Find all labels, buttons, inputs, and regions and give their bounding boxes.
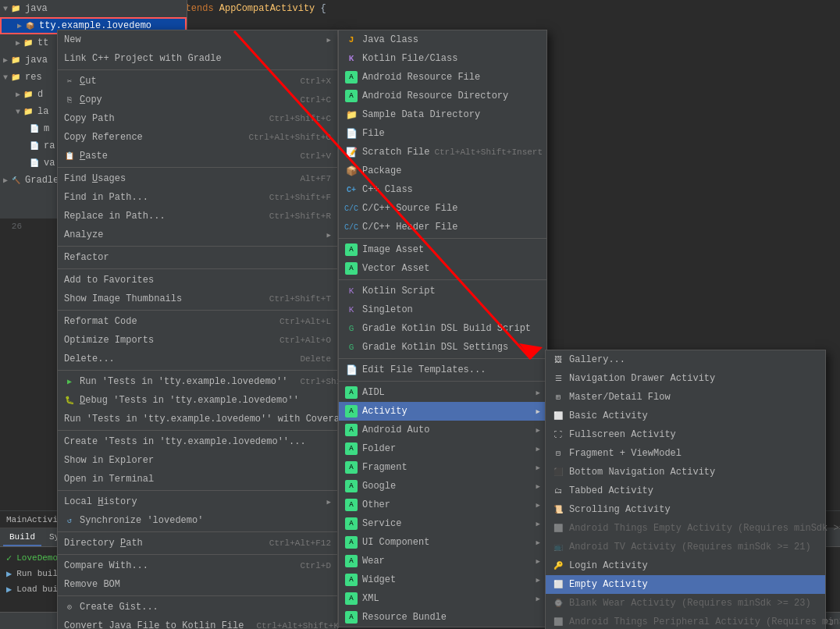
gallery-icon: 🖼 [552, 354, 564, 366]
menu-new-gradle-settings[interactable]: G Gradle Kotlin DSL Settings [339, 338, 546, 357]
arrow-icon-1: ▶ [6, 568, 12, 580]
android-icon-other: A [345, 499, 358, 511]
menu-activity-blank-wear[interactable]: ⌚ Blank Wear Activity (Requires minSdk >… [546, 594, 825, 613]
separator-11 [58, 595, 337, 596]
menu-item-add-favorites[interactable]: Add to Favorites [58, 271, 337, 290]
menu-item-local-history[interactable]: Local History [58, 492, 337, 511]
menu-item-find-usages[interactable]: Find Usages Alt+F7 [58, 169, 337, 188]
separator-new-1 [339, 238, 546, 239]
menu-item-link-cpp[interactable]: Link C++ Project with Gradle [58, 49, 337, 68]
copy-icon: ⎘ [64, 94, 75, 105]
menu-item-open-terminal[interactable]: Open in Terminal [58, 470, 337, 489]
menu-activity-gallery[interactable]: 🖼 Gallery... [546, 350, 825, 369]
menu-new-cpp-source[interactable]: C/C C/C++ Source File [339, 199, 546, 218]
gradle-icon: 🔨 [9, 174, 22, 187]
menu-activity-fragment-viewmodel[interactable]: ⊟ Fragment + ViewModel [546, 444, 825, 463]
menu-new-fragment[interactable]: A Fragment ▶ [339, 458, 546, 477]
menu-item-directory-path[interactable]: Directory Path Ctrl+Alt+F12 [58, 534, 337, 553]
menu-item-replace-in-path[interactable]: Replace in Path... Ctrl+Shift+R [58, 207, 337, 226]
menu-new-file[interactable]: 📄 File [339, 124, 546, 143]
file-icon-2: 📄 [28, 140, 41, 152]
menu-item-optimize-imports[interactable]: Optimize Imports Ctrl+Alt+O [58, 331, 337, 350]
menu-new-cpp-class[interactable]: C+ C++ Class [339, 180, 546, 199]
context-menu-new: J Java Class K Kotlin File/Class A Andro… [338, 30, 547, 627]
menu-new-package[interactable]: 📦 Package [339, 162, 546, 180]
menu-new-android-resource[interactable]: A Android Resource File [339, 68, 546, 87]
menu-activity-tabbed[interactable]: 🗂 Tabbed Activity [546, 482, 825, 500]
tree-item-java[interactable]: ▼ 📁 java [0, 0, 187, 17]
menu-new-cpp-header[interactable]: C/C C/C++ Header File [339, 218, 546, 236]
menu-new-gradle-build[interactable]: G Gradle Kotlin DSL Build Script [339, 319, 546, 338]
menu-activity-fullscreen[interactable]: ⛶ Fullscreen Activity [546, 425, 825, 444]
menu-item-refactor[interactable]: Refactor [58, 248, 337, 267]
menu-item-create-gist[interactable]: ⊙ Create Gist... [58, 598, 337, 617]
menu-item-find-in-path[interactable]: Find in Path... Ctrl+Shift+F [58, 188, 337, 207]
menu-new-xml[interactable]: A XML ▶ [339, 589, 546, 608]
folder-icon: 📁 [9, 2, 22, 15]
menu-activity-bottom-nav[interactable]: ⬛ Bottom Navigation Activity [546, 463, 825, 482]
menu-new-android-res-dir[interactable]: A Android Resource Directory [339, 87, 546, 105]
android-things-icon: ⬜ [552, 522, 564, 535]
kotlin-icon: K [345, 52, 358, 65]
menu-new-folder[interactable]: A Folder ▶ [339, 439, 546, 458]
separator-5 [58, 310, 337, 311]
menu-new-vector-asset[interactable]: A Vector Asset [339, 259, 546, 278]
menu-item-new[interactable]: New [58, 30, 337, 49]
android-icon-widget: A [345, 574, 358, 586]
separator-new-2 [339, 279, 546, 280]
menu-item-show-explorer[interactable]: Show in Explorer [58, 451, 337, 470]
menu-new-kotlin-script[interactable]: K Kotlin Script [339, 282, 546, 300]
menu-new-other[interactable]: A Other ▶ [339, 496, 546, 514]
menu-activity-master-detail[interactable]: ⊞ Master/Detail Flow [546, 388, 825, 407]
menu-activity-android-things-empty[interactable]: ⬜ Android Things Empty Activity (Require… [546, 519, 825, 538]
menu-new-google[interactable]: A Google ▶ [339, 477, 546, 496]
menu-activity-android-things-peripheral[interactable]: ⬜ Android Things Peripheral Activity (Re… [546, 613, 825, 629]
menu-item-convert-java[interactable]: Convert Java File to Kotlin File Ctrl+Al… [58, 617, 337, 629]
scratch-icon: 📝 [345, 146, 358, 158]
fragment-vm-icon: ⊟ [552, 447, 564, 460]
separator-7 [58, 430, 337, 431]
menu-activity-login[interactable]: 🔑 Login Activity [546, 556, 825, 575]
menu-item-run-coverage[interactable]: Run 'Tests in 'tty.example.lovedemo'' wi… [58, 410, 337, 428]
menu-item-copy[interactable]: ⎘ Copy Ctrl+C [58, 91, 337, 109]
menu-new-image-asset[interactable]: A Image Asset [339, 240, 546, 259]
menu-activity-empty[interactable]: ⬜ Empty Activity [546, 575, 825, 594]
menu-item-cut[interactable]: ✂ Cut Ctrl+X [58, 72, 337, 91]
menu-activity-scrolling[interactable]: 📜 Scrolling Activity [546, 500, 825, 519]
package-icon: 📦 [23, 20, 36, 32]
android-icon-auto: A [345, 424, 358, 436]
menu-activity-nav-drawer[interactable]: ☰ Navigation Drawer Activity [546, 369, 825, 388]
menu-item-remove-bom[interactable]: Remove BOM [58, 575, 337, 594]
menu-item-copy-reference[interactable]: Copy Reference Ctrl+Alt+Shift+C [58, 128, 337, 147]
empty-activity-icon: ⬜ [552, 578, 564, 591]
menu-new-widget[interactable]: A Widget ▶ [339, 570, 546, 589]
menu-new-sample-data[interactable]: 📁 Sample Data Directory [339, 105, 546, 124]
menu-item-reformat[interactable]: Reformat Code Ctrl+Alt+L [58, 312, 337, 331]
menu-item-delete[interactable]: Delete... Delete [58, 350, 337, 368]
menu-new-kotlin-file[interactable]: K Kotlin File/Class [339, 49, 546, 68]
menu-item-create-tests[interactable]: Create 'Tests in 'tty.example.lovedemo''… [58, 432, 337, 451]
menu-new-ui-component[interactable]: A UI Component ▶ [339, 533, 546, 552]
tab-build[interactable]: Build [3, 529, 41, 546]
menu-new-wear[interactable]: A Wear ▶ [339, 552, 546, 570]
folder-icon-5: 📁 [22, 88, 34, 101]
menu-item-compare-with[interactable]: Compare With... Ctrl+D [58, 556, 337, 575]
menu-item-synchronize[interactable]: ↺ Synchronize 'lovedemo' [58, 511, 337, 530]
menu-new-singleton[interactable]: K Singleton [339, 300, 546, 319]
menu-new-edit-templates[interactable]: 📄 Edit File Templates... [339, 361, 546, 379]
menu-activity-basic[interactable]: ⬜ Basic Activity [546, 407, 825, 425]
menu-item-copy-path[interactable]: Copy Path Ctrl+Shift+C [58, 109, 337, 128]
menu-new-activity[interactable]: A Activity ▶ [339, 402, 546, 421]
menu-new-android-auto[interactable]: A Android Auto ▶ [339, 421, 546, 439]
menu-item-analyze[interactable]: Analyze [58, 226, 337, 244]
menu-new-scratch[interactable]: 📝 Scratch File Ctrl+Alt+Shift+Insert [339, 143, 546, 162]
menu-item-run-tests[interactable]: ▶ Run 'Tests in 'tty.example.lovedemo'' … [58, 372, 337, 391]
menu-new-aidl[interactable]: A AIDL ▶ [339, 383, 546, 402]
menu-item-paste[interactable]: 📋 Paste Ctrl+V [58, 147, 337, 165]
menu-item-show-thumbnails[interactable]: Show Image Thumbnails Ctrl+Shift+T [58, 290, 337, 308]
menu-new-resource-bundle[interactable]: A Resource Bundle [339, 608, 546, 627]
menu-new-java-class[interactable]: J Java Class [339, 30, 546, 49]
menu-activity-android-tv[interactable]: 📺 Android TV Activity (Requires minSdk >… [546, 538, 825, 556]
menu-new-service[interactable]: A Service ▶ [339, 514, 546, 533]
menu-item-debug-tests[interactable]: 🐛 Debug 'Tests in 'tty.example.lovedemo'… [58, 391, 337, 410]
